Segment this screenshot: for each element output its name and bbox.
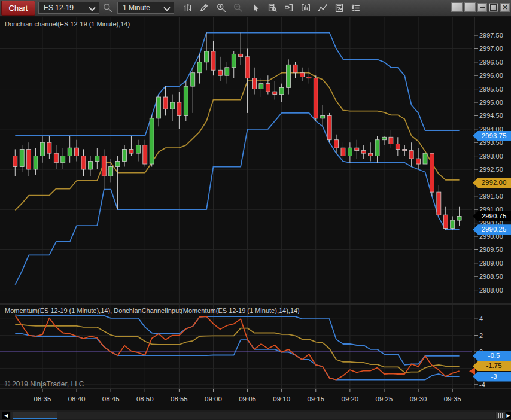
time-tick-label: 09:15 — [303, 395, 329, 403]
indicators-icon — [300, 2, 311, 13]
time-tick-label: 08:35 — [29, 395, 56, 403]
momentum-marker--0.5: -0.5 — [473, 351, 511, 361]
close-button[interactable]: ✕ — [500, 3, 510, 12]
instrument-dropdown[interactable]: ES 12-19 — [38, 2, 99, 14]
chart-area[interactable]: Donchian channel(ES 12-19 (1 Minute),14)… — [0, 17, 511, 410]
chevron-down-icon — [163, 4, 170, 11]
properties-button[interactable] — [348, 1, 363, 14]
price-tick-label: 2988.50 — [479, 273, 510, 280]
price-tick-label: 2993.00 — [479, 153, 510, 160]
maximize-icon — [490, 4, 497, 11]
momentum-tick-label: 4 — [479, 315, 510, 322]
chart-tab[interactable]: Chart — [1, 1, 35, 16]
time-tick-label: 08:45 — [98, 395, 124, 403]
price-marker-2990.75: 2990.75 — [473, 211, 511, 221]
zoom-out-icon — [233, 2, 244, 13]
momentum-marker--3: -3 — [473, 372, 511, 382]
zoom-in-icon — [216, 2, 227, 13]
horizontal-scrollbar: ◀ ▶ — [0, 410, 511, 420]
strategies-icon — [317, 2, 328, 13]
ninjatrader-chart-window: Chart ES 12-19 1 Minute — [0, 0, 511, 420]
time-tick-label: 09:20 — [337, 395, 363, 403]
price-marker-2992.00: 2992.00 — [473, 178, 511, 188]
time-tick-label: 08:50 — [132, 395, 158, 403]
price-tick-label: 2994.50 — [479, 112, 510, 119]
scroll-left-button[interactable]: ◀ — [2, 412, 10, 419]
time-tick-label: 09:00 — [200, 395, 226, 403]
pencil-icon — [199, 2, 209, 13]
chart-plot[interactable] — [0, 17, 511, 410]
price-tick-label: 2995.00 — [479, 99, 510, 106]
price-panel-label: Donchian channel(ES 12-19 (1 Minute),14) — [5, 20, 130, 28]
drawing-tools-button[interactable] — [197, 1, 211, 14]
price-tick-label: 2997.50 — [479, 32, 510, 39]
minimize-icon — [480, 7, 485, 8]
time-tick-label: 09:35 — [439, 395, 466, 403]
chevron-down-icon — [89, 4, 95, 11]
time-tick-label: 08:55 — [166, 395, 192, 403]
instrument-value: ES 12-19 — [44, 4, 74, 12]
price-marker-2990.25: 2990.25 — [473, 224, 511, 235]
data-series-button[interactable] — [265, 1, 279, 14]
properties-icon — [350, 2, 361, 13]
chart-trader-button[interactable] — [282, 1, 296, 14]
price-tick-label: 2991.50 — [479, 193, 510, 200]
price-tick-label: 2989.50 — [479, 246, 510, 253]
price-tick-label: 2996.00 — [479, 72, 510, 79]
scroll-right-button[interactable]: ▶ — [506, 412, 511, 419]
interval-dropdown[interactable]: 1 Minute — [117, 2, 174, 14]
price-tick-label: 2997.00 — [479, 45, 510, 52]
momentum-marker--1.75: -1.75 — [473, 361, 511, 371]
copyright-text: © 2019 NinjaTrader, LLC — [5, 380, 84, 388]
close-icon: ✕ — [502, 4, 507, 11]
scrollbar-range[interactable] — [13, 412, 57, 419]
instrument-search-button[interactable] — [101, 1, 115, 14]
interval-link-button[interactable] — [464, 2, 476, 12]
window-buttons: ✕ — [451, 2, 510, 12]
price-tick-label: 2995.50 — [479, 86, 510, 93]
time-tick-label: 09:05 — [235, 395, 261, 403]
price-marker-2993.75: 2993.75 — [473, 131, 511, 141]
price-tick-label: 2988.00 — [479, 287, 510, 294]
maximize-button[interactable] — [489, 3, 498, 12]
strategies-button[interactable] — [315, 1, 330, 14]
scrollbar-track[interactable] — [11, 412, 495, 419]
scrollbar-grip[interactable] — [496, 412, 505, 419]
indicators-button[interactable] — [299, 1, 313, 14]
time-tick-label: 09:25 — [371, 395, 397, 403]
momentum-tick-label: -4 — [479, 381, 510, 388]
zoom-in-button[interactable] — [214, 1, 229, 14]
zoom-out-button[interactable] — [231, 1, 245, 14]
price-tick-label: 2992.50 — [479, 166, 510, 173]
market-analyzer-icon — [334, 2, 345, 13]
cursor-button[interactable] — [248, 1, 263, 14]
instrument-link-button[interactable] — [451, 2, 463, 12]
interval-value: 1 Minute — [123, 4, 150, 12]
titlebar: Chart ES 12-19 1 Minute — [0, 0, 511, 17]
price-tick-label: 2996.50 — [479, 59, 510, 66]
minimize-button[interactable] — [477, 3, 487, 12]
time-tick-label: 08:40 — [63, 395, 90, 403]
price-bars-button[interactable] — [181, 1, 195, 14]
market-analyzer-button[interactable] — [332, 1, 346, 14]
cursor-icon — [250, 2, 261, 13]
momentum-tick-label: 2 — [479, 332, 510, 339]
price-tick-label: 2989.00 — [479, 260, 510, 267]
time-tick-label: 09:10 — [269, 395, 295, 403]
chart-trader-icon — [284, 2, 294, 13]
search-icon — [102, 2, 113, 13]
data-series-icon — [267, 2, 278, 13]
time-tick-label: 09:30 — [405, 395, 431, 403]
price-bars-icon — [182, 2, 193, 13]
momentum-panel-label: Momentum(ES 12-19 (1 Minute),14), Donchi… — [5, 307, 300, 314]
